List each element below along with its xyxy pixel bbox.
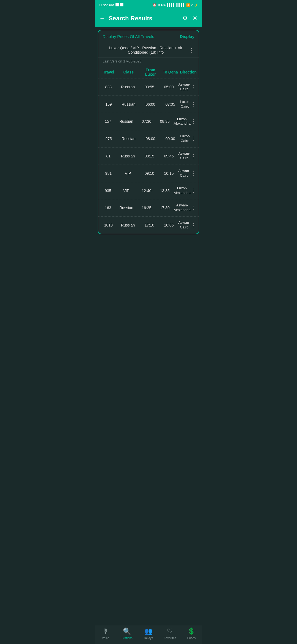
- cell-travel: 81: [100, 154, 117, 158]
- cell-to: 09:45: [160, 154, 178, 158]
- cell-direction: Luxor-Alexandria: [174, 117, 191, 126]
- cell-direction: Aswan-Cairo: [178, 220, 190, 230]
- results-card: Display Prices Of All Travels Display Lu…: [98, 30, 199, 234]
- table-header: Travel Class From Luxor To Qena Directio…: [98, 66, 199, 78]
- cell-direction: Luxor-Alexandria: [174, 186, 191, 195]
- version-text: Last Version 17-06-2023: [103, 59, 142, 63]
- row-menu-icon[interactable]: ⋮: [191, 205, 197, 211]
- cell-to: 07:05: [161, 102, 180, 107]
- cell-to: 13:35: [156, 189, 174, 193]
- lte-icon: Yo LTE: [158, 4, 166, 6]
- cell-travel: 1013: [100, 223, 117, 227]
- row-menu-icon[interactable]: ⋮: [190, 101, 197, 107]
- table-row[interactable]: 975 Russian 08:00 09:00 Luxor-Cairo ⋮: [98, 130, 199, 147]
- route-menu-icon[interactable]: ⋮: [189, 47, 194, 53]
- brightness-icon[interactable]: ☀: [192, 15, 198, 22]
- col-to: To Qena: [161, 70, 180, 74]
- display-button[interactable]: Display: [180, 34, 194, 39]
- route-title: Luxor-Qena / VIP - Russian - Russian + A…: [103, 46, 189, 54]
- row-menu-icon[interactable]: ⋮: [190, 170, 197, 176]
- battery-icon: 28⚡: [191, 3, 198, 7]
- cell-travel: 935: [100, 189, 116, 193]
- cell-travel: 833: [100, 85, 117, 89]
- route-header: Luxor-Qena / VIP - Russian - Russian + A…: [98, 43, 199, 58]
- back-button[interactable]: ←: [99, 15, 105, 22]
- cell-class: Russian: [117, 85, 139, 89]
- wifi-icon: 📶: [186, 3, 190, 7]
- cell-direction: Aswan-Cairo: [178, 151, 190, 161]
- cell-direction: Aswan-Cairo: [178, 82, 190, 92]
- table-body: 833 Russian 03:55 05:00 Aswan-Cairo ⋮ 15…: [98, 78, 199, 234]
- cell-to: 18:05: [160, 223, 178, 227]
- cell-from: 03:55: [139, 85, 160, 89]
- cell-travel: 157: [100, 119, 116, 124]
- status-time: 11:27 PM 🅿 🅿: [99, 3, 123, 7]
- col-direction: Direction: [180, 70, 197, 74]
- cell-class: Russian: [117, 137, 140, 141]
- cell-travel: 975: [100, 137, 117, 141]
- page-title: Search Results: [109, 15, 179, 22]
- version-bar: Last Version 17-06-2023: [98, 58, 199, 66]
- cell-from: 08:15: [139, 154, 160, 158]
- display-prices-bar: Display Prices Of All Travels Display: [98, 30, 199, 43]
- row-menu-icon[interactable]: ⋮: [190, 153, 197, 159]
- table-row[interactable]: 935 VIP 12:40 13:35 Luxor-Alexandria ⋮: [98, 182, 199, 199]
- col-class: Class: [117, 70, 140, 74]
- table-row[interactable]: 81 Russian 08:15 09:45 Aswan-Cairo ⋮: [98, 147, 199, 165]
- cell-to: 10:15: [160, 171, 178, 176]
- cell-class: Russian: [117, 102, 140, 107]
- display-prices-text: Display Prices Of All Travels: [103, 34, 154, 39]
- main-content: Display Prices Of All Travels Display Lu…: [95, 27, 202, 237]
- status-bar: 11:27 PM 🅿 🅿 ⏰ Yo LTE ▌▌▌▌ ▌▌▌▌ 📶 28⚡: [95, 0, 202, 10]
- table-row[interactable]: 157 Russian 07:30 08:35 Luxor-Alexandria…: [98, 113, 199, 130]
- row-menu-icon[interactable]: ⋮: [190, 136, 197, 142]
- table-row[interactable]: 981 VIP 09:10 10:15 Aswan-Cairo ⋮: [98, 165, 199, 182]
- cell-travel: 163: [100, 206, 116, 210]
- table-row[interactable]: 163 Russian 16:25 17:30 Aswan-Alexandria…: [98, 199, 199, 216]
- cell-direction: Aswan-Cairo: [178, 169, 190, 178]
- cell-direction: Luxor-Cairo: [180, 100, 190, 109]
- cell-direction: Aswan-Alexandria: [174, 203, 191, 212]
- alarm-icon: ⏰: [153, 3, 156, 7]
- header-icons: ⚙ ☀: [182, 15, 198, 22]
- cell-class: Russian: [117, 223, 139, 227]
- table-row[interactable]: 159 Russian 06:00 07:05 Luxor-Cairo ⋮: [98, 95, 199, 113]
- table-row[interactable]: 1013 Russian 17:10 18:05 Aswan-Cairo ⋮: [98, 216, 199, 234]
- cell-to: 09:00: [161, 137, 180, 141]
- col-travel: Travel: [100, 70, 117, 74]
- settings-icon[interactable]: ⚙: [182, 15, 188, 22]
- cell-to: 08:35: [156, 119, 174, 124]
- cell-travel: 981: [100, 171, 117, 176]
- cell-from: 08:00: [140, 137, 161, 141]
- cell-class: Russian: [116, 206, 137, 210]
- status-icons: ⏰ Yo LTE ▌▌▌▌ ▌▌▌▌ 📶 28⚡: [153, 3, 198, 7]
- cell-direction: Luxor-Cairo: [180, 134, 190, 143]
- cell-travel: 159: [100, 102, 117, 107]
- row-menu-icon[interactable]: ⋮: [191, 118, 197, 124]
- cell-from: 09:10: [139, 171, 160, 176]
- row-menu-icon[interactable]: ⋮: [190, 222, 197, 228]
- cell-from: 16:25: [137, 206, 156, 210]
- cell-class: VIP: [116, 189, 137, 193]
- app-header: ← Search Results ⚙ ☀: [95, 10, 202, 27]
- cell-class: VIP: [117, 171, 139, 176]
- signal2-icon: ▌▌▌▌: [177, 3, 185, 7]
- cell-to: 05:00: [160, 85, 178, 89]
- row-menu-icon[interactable]: ⋮: [190, 84, 197, 90]
- cell-from: 07:30: [137, 119, 156, 124]
- cell-from: 06:00: [140, 102, 161, 107]
- cell-to: 17:30: [156, 206, 174, 210]
- col-from: From Luxor: [140, 68, 161, 77]
- cell-from: 12:40: [137, 189, 156, 193]
- cell-from: 17:10: [139, 223, 160, 227]
- table-row[interactable]: 833 Russian 03:55 05:00 Aswan-Cairo ⋮: [98, 78, 199, 95]
- signal-icon: ▌▌▌▌: [167, 3, 175, 7]
- row-menu-icon[interactable]: ⋮: [191, 188, 197, 194]
- cell-class: Russian: [117, 154, 139, 158]
- cell-class: Russian: [116, 119, 137, 124]
